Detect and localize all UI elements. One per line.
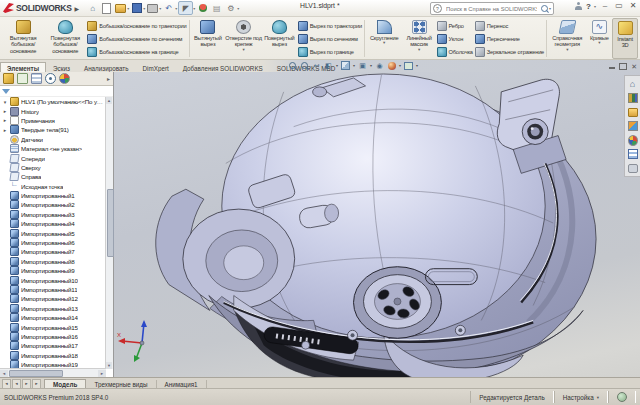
task-home-icon[interactable]: ⌂	[628, 79, 638, 89]
featuremanager-tab-icon[interactable]	[3, 73, 14, 84]
extruded-cut-button[interactable]: Вытянутый вырез	[190, 18, 225, 59]
tree-item[interactable]: Импортированный5	[0, 228, 106, 237]
select-icon[interactable]: ◤	[178, 1, 193, 15]
print-icon[interactable]	[146, 2, 159, 14]
display-style-icon[interactable]: ▣	[358, 61, 367, 70]
doc-close-icon[interactable]: ✕	[631, 64, 637, 70]
previous-view-icon[interactable]: ↩	[312, 61, 321, 70]
edit-appearance-icon[interactable]	[387, 61, 396, 70]
boundary-cut-button[interactable]: Вырез по границе	[298, 46, 362, 57]
mirror-button[interactable]: Зеркальное отражение	[475, 46, 544, 57]
rib-button[interactable]: Ребро	[437, 20, 473, 31]
tree-item[interactable]: Датчики	[0, 135, 106, 144]
search-box[interactable]: ? ▾	[430, 2, 554, 15]
new-document-icon[interactable]	[100, 2, 113, 14]
tree-item[interactable]: Импортированный8	[0, 257, 106, 266]
tree-item[interactable]: Сверху	[0, 163, 106, 172]
helmet-3d-model[interactable]	[114, 72, 640, 377]
online-status[interactable]	[608, 391, 636, 403]
minimize-button[interactable]: –	[600, 1, 610, 11]
hole-wizard-button[interactable]: Отверстие под крепеж ▾	[225, 18, 262, 59]
options-gear-icon[interactable]: ⚙	[224, 2, 237, 14]
zoom-fit-icon[interactable]	[288, 61, 297, 70]
tree-item[interactable]: ▸ Примечания	[0, 116, 106, 125]
lofted-boss-button[interactable]: Бобышка/основание по сечениям	[87, 33, 186, 44]
wrap-button[interactable]: Перенос	[475, 20, 544, 31]
draft-button[interactable]: Уклон	[437, 33, 473, 44]
maximize-button[interactable]: ▭	[614, 1, 624, 11]
displaymanager-tab-icon[interactable]	[59, 73, 70, 84]
doc-minimize-icon[interactable]	[609, 64, 615, 69]
tree-vertical-scrollbar[interactable]: ▲▼	[105, 97, 113, 369]
appearances-icon[interactable]	[628, 135, 638, 145]
save-icon[interactable]	[130, 2, 143, 14]
search-dropdown-caret[interactable]: ▾	[549, 6, 551, 11]
menu-flyout-arrow[interactable]: ▶	[75, 5, 80, 12]
search-input[interactable]	[444, 5, 539, 13]
tree-item[interactable]: Импортированный13	[0, 304, 106, 313]
filter-icon[interactable]	[2, 89, 10, 94]
home-icon[interactable]: ⌂	[86, 2, 99, 14]
hide-show-items-icon[interactable]: ◉	[375, 61, 384, 70]
scroll-thumb[interactable]	[107, 189, 114, 256]
tree-item[interactable]: Импортированный1	[0, 191, 106, 200]
forum-icon[interactable]	[628, 163, 638, 173]
panel-expand-arrow-icon[interactable]: ▸	[107, 75, 110, 82]
configurationmanager-tab-icon[interactable]	[31, 73, 42, 84]
curves-button[interactable]: ∿ Кривые ▾	[587, 18, 613, 59]
swept-boss-button[interactable]: Бобышка/основание по траектории	[87, 20, 186, 31]
tree-item[interactable]: Импортированный2	[0, 200, 106, 209]
undo-icon[interactable]: ↶	[162, 2, 175, 14]
tree-item[interactable]: Исходная точка	[0, 182, 106, 191]
search-icon[interactable]	[541, 5, 548, 12]
tree-item[interactable]: Импортированный14	[0, 313, 106, 322]
revolved-cut-button[interactable]: Повернутый вырез	[262, 18, 297, 59]
zoom-area-icon[interactable]	[300, 61, 309, 70]
tree-item[interactable]: ▸ Твердые тела(91)	[0, 125, 106, 134]
tree-item[interactable]: Импортированный17	[0, 341, 106, 350]
view-settings-icon[interactable]	[404, 61, 413, 70]
help-icon[interactable]: ?	[586, 2, 591, 11]
revolved-boss-button[interactable]: Повернутая бобышка/основание	[44, 18, 86, 59]
linear-pattern-button[interactable]: Линейный массив ▾	[403, 18, 436, 59]
lofted-cut-button[interactable]: Вырез по сечениям	[298, 33, 362, 44]
tree-item[interactable]: Спереди	[0, 153, 106, 162]
customize-menu[interactable]: Настройка ▾	[554, 391, 608, 403]
tree-item[interactable]: Импортированный10	[0, 275, 106, 284]
tree-item[interactable]: Импортированный18	[0, 351, 106, 360]
doc-restore-icon[interactable]	[619, 63, 627, 70]
extruded-boss-button[interactable]: Вытянутая бобышка/основание	[2, 18, 44, 59]
instant3d-button[interactable]: Instant 3D	[612, 18, 638, 59]
tree-item[interactable]: Импортированный6	[0, 238, 106, 247]
close-button[interactable]: ✕	[628, 1, 638, 11]
user-login-icon[interactable]	[575, 2, 582, 10]
tree-item[interactable]: Импортированный11	[0, 285, 106, 294]
open-icon[interactable]	[114, 2, 127, 14]
intersect-button[interactable]: Пересечение	[475, 33, 544, 44]
propertymanager-tab-icon[interactable]	[17, 73, 28, 84]
rebuild-icon[interactable]	[196, 2, 209, 14]
reference-geometry-button[interactable]: Справочная геометрия ▾	[548, 18, 587, 59]
graphics-viewport[interactable]: ⌂ X	[114, 72, 640, 377]
tree-horizontal-scrollbar[interactable]: ◄►	[0, 368, 106, 377]
tree-item[interactable]: Импортированный15	[0, 322, 106, 331]
tree-item[interactable]: ▸ History	[0, 106, 106, 115]
tree-item[interactable]: Импортированный16	[0, 332, 106, 341]
tree-item[interactable]: Импортированный4	[0, 219, 106, 228]
dimxpertmanager-tab-icon[interactable]	[45, 73, 56, 84]
custom-properties-icon[interactable]	[628, 149, 638, 159]
tree-item[interactable]: Импортированный9	[0, 266, 106, 275]
swept-cut-button[interactable]: Вырез по траектории	[298, 20, 362, 31]
tree-item[interactable]: Импортированный7	[0, 247, 106, 256]
hscroll-thumb[interactable]	[9, 370, 63, 377]
tree-item[interactable]: Материал <не указан>	[0, 144, 106, 153]
fillet-button[interactable]: Скругление ▾	[366, 18, 403, 59]
shell-button[interactable]: Оболочка	[437, 46, 473, 57]
tree-root-item[interactable]: ▾ HLV1 (По умолчанию<<По умолчани	[0, 97, 106, 106]
tree-item[interactable]: Импортированный12	[0, 294, 106, 303]
view-palette-icon[interactable]	[628, 121, 638, 131]
tree-item[interactable]: Импортированный3	[0, 210, 106, 219]
view-orientation-icon[interactable]	[341, 61, 350, 70]
design-library-icon[interactable]	[628, 93, 638, 103]
boundary-boss-button[interactable]: Бобышка/основание на границе	[87, 46, 186, 57]
